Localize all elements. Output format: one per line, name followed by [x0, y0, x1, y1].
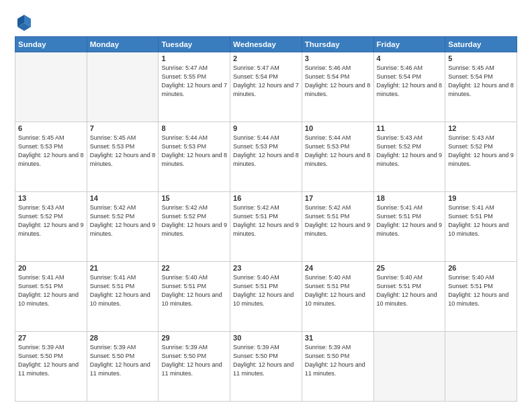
calendar-day-cell: 29Sunrise: 5:39 AM Sunset: 5:50 PM Dayli…: [159, 332, 230, 402]
day-info: Sunrise: 5:46 AM Sunset: 5:54 PM Dayligh…: [377, 64, 443, 99]
calendar-day-cell: 17Sunrise: 5:42 AM Sunset: 5:51 PM Dayli…: [302, 192, 373, 262]
calendar-day-cell: 10Sunrise: 5:44 AM Sunset: 5:53 PM Dayli…: [302, 122, 373, 192]
calendar-day-cell: 21Sunrise: 5:41 AM Sunset: 5:51 PM Dayli…: [87, 262, 159, 332]
day-number: 12: [448, 124, 514, 132]
weekday-header: Thursday: [302, 37, 373, 52]
day-info: Sunrise: 5:39 AM Sunset: 5:50 PM Dayligh…: [90, 343, 156, 378]
calendar-table: SundayMondayTuesdayWednesdayThursdayFrid…: [15, 36, 517, 402]
calendar-day-cell: 15Sunrise: 5:42 AM Sunset: 5:52 PM Dayli…: [159, 192, 230, 262]
calendar-day-cell: [445, 332, 517, 402]
calendar-day-cell: 28Sunrise: 5:39 AM Sunset: 5:50 PM Dayli…: [87, 332, 159, 402]
day-info: Sunrise: 5:43 AM Sunset: 5:52 PM Dayligh…: [448, 134, 514, 169]
day-number: 25: [377, 264, 443, 272]
day-info: Sunrise: 5:40 AM Sunset: 5:51 PM Dayligh…: [377, 273, 443, 308]
weekday-header: Tuesday: [159, 37, 230, 52]
day-number: 13: [18, 194, 84, 202]
calendar-day-cell: 19Sunrise: 5:41 AM Sunset: 5:51 PM Dayli…: [445, 192, 517, 262]
page: SundayMondayTuesdayWednesdayThursdayFrid…: [0, 0, 532, 411]
weekday-header: Monday: [87, 37, 159, 52]
day-number: 31: [305, 334, 371, 342]
day-info: Sunrise: 5:39 AM Sunset: 5:50 PM Dayligh…: [161, 343, 227, 378]
day-info: Sunrise: 5:47 AM Sunset: 5:55 PM Dayligh…: [161, 64, 227, 99]
calendar-day-cell: 6Sunrise: 5:45 AM Sunset: 5:53 PM Daylig…: [15, 122, 87, 192]
calendar-day-cell: [373, 332, 445, 402]
calendar-day-cell: 11Sunrise: 5:43 AM Sunset: 5:52 PM Dayli…: [373, 122, 445, 192]
calendar-day-cell: 16Sunrise: 5:42 AM Sunset: 5:51 PM Dayli…: [230, 192, 302, 262]
day-number: 9: [233, 124, 299, 132]
day-number: 2: [233, 54, 299, 62]
day-number: 30: [233, 334, 299, 342]
day-info: Sunrise: 5:42 AM Sunset: 5:52 PM Dayligh…: [90, 203, 156, 238]
calendar-day-cell: 18Sunrise: 5:41 AM Sunset: 5:51 PM Dayli…: [373, 192, 445, 262]
day-number: 19: [448, 194, 514, 202]
calendar-day-cell: 14Sunrise: 5:42 AM Sunset: 5:52 PM Dayli…: [87, 192, 159, 262]
day-number: 11: [377, 124, 443, 132]
calendar-day-cell: 22Sunrise: 5:40 AM Sunset: 5:51 PM Dayli…: [159, 262, 230, 332]
day-info: Sunrise: 5:39 AM Sunset: 5:50 PM Dayligh…: [18, 343, 84, 378]
day-info: Sunrise: 5:42 AM Sunset: 5:51 PM Dayligh…: [233, 203, 299, 238]
day-info: Sunrise: 5:40 AM Sunset: 5:51 PM Dayligh…: [233, 273, 299, 308]
day-number: 6: [18, 124, 84, 132]
calendar-day-cell: 31Sunrise: 5:39 AM Sunset: 5:50 PM Dayli…: [302, 332, 373, 402]
day-number: 29: [161, 334, 227, 342]
calendar-week-row: 27Sunrise: 5:39 AM Sunset: 5:50 PM Dayli…: [15, 332, 517, 402]
calendar-day-cell: 27Sunrise: 5:39 AM Sunset: 5:50 PM Dayli…: [15, 332, 87, 402]
day-info: Sunrise: 5:43 AM Sunset: 5:52 PM Dayligh…: [377, 134, 443, 169]
day-number: 3: [305, 54, 371, 62]
day-number: 14: [90, 194, 156, 202]
day-number: 28: [90, 334, 156, 342]
weekday-header: Sunday: [15, 37, 87, 52]
calendar-day-cell: 25Sunrise: 5:40 AM Sunset: 5:51 PM Dayli…: [373, 262, 445, 332]
day-info: Sunrise: 5:44 AM Sunset: 5:53 PM Dayligh…: [305, 134, 371, 169]
logo-icon: [15, 12, 34, 31]
day-info: Sunrise: 5:44 AM Sunset: 5:53 PM Dayligh…: [233, 134, 299, 169]
calendar-week-row: 6Sunrise: 5:45 AM Sunset: 5:53 PM Daylig…: [15, 122, 517, 192]
calendar-day-cell: 9Sunrise: 5:44 AM Sunset: 5:53 PM Daylig…: [230, 122, 302, 192]
day-info: Sunrise: 5:41 AM Sunset: 5:51 PM Dayligh…: [18, 273, 84, 308]
day-info: Sunrise: 5:43 AM Sunset: 5:52 PM Dayligh…: [18, 203, 84, 238]
day-number: 16: [233, 194, 299, 202]
day-info: Sunrise: 5:44 AM Sunset: 5:53 PM Dayligh…: [161, 134, 227, 169]
calendar-day-cell: 20Sunrise: 5:41 AM Sunset: 5:51 PM Dayli…: [15, 262, 87, 332]
calendar-day-cell: 30Sunrise: 5:39 AM Sunset: 5:50 PM Dayli…: [230, 332, 302, 402]
day-info: Sunrise: 5:45 AM Sunset: 5:53 PM Dayligh…: [90, 134, 156, 169]
day-info: Sunrise: 5:39 AM Sunset: 5:50 PM Dayligh…: [233, 343, 299, 378]
day-info: Sunrise: 5:41 AM Sunset: 5:51 PM Dayligh…: [377, 203, 443, 238]
day-number: 8: [161, 124, 227, 132]
day-number: 10: [305, 124, 371, 132]
day-number: 26: [448, 264, 514, 272]
day-number: 23: [233, 264, 299, 272]
weekday-header: Friday: [373, 37, 445, 52]
calendar-day-cell: [87, 52, 159, 122]
day-number: 4: [377, 54, 443, 62]
day-info: Sunrise: 5:40 AM Sunset: 5:51 PM Dayligh…: [161, 273, 227, 308]
day-info: Sunrise: 5:46 AM Sunset: 5:54 PM Dayligh…: [305, 64, 371, 99]
calendar-day-cell: 13Sunrise: 5:43 AM Sunset: 5:52 PM Dayli…: [15, 192, 87, 262]
calendar-week-row: 1Sunrise: 5:47 AM Sunset: 5:55 PM Daylig…: [15, 52, 517, 122]
calendar-week-row: 20Sunrise: 5:41 AM Sunset: 5:51 PM Dayli…: [15, 262, 517, 332]
calendar-day-cell: 1Sunrise: 5:47 AM Sunset: 5:55 PM Daylig…: [159, 52, 230, 122]
calendar-day-cell: 7Sunrise: 5:45 AM Sunset: 5:53 PM Daylig…: [87, 122, 159, 192]
header: [15, 12, 517, 31]
day-number: 21: [90, 264, 156, 272]
day-info: Sunrise: 5:42 AM Sunset: 5:51 PM Dayligh…: [305, 203, 371, 238]
day-info: Sunrise: 5:40 AM Sunset: 5:51 PM Dayligh…: [448, 273, 514, 308]
day-number: 20: [18, 264, 84, 272]
calendar-day-cell: [15, 52, 87, 122]
calendar-day-cell: 5Sunrise: 5:45 AM Sunset: 5:54 PM Daylig…: [445, 52, 517, 122]
day-info: Sunrise: 5:40 AM Sunset: 5:51 PM Dayligh…: [305, 273, 371, 308]
day-info: Sunrise: 5:42 AM Sunset: 5:52 PM Dayligh…: [161, 203, 227, 238]
calendar-day-cell: 24Sunrise: 5:40 AM Sunset: 5:51 PM Dayli…: [302, 262, 373, 332]
day-info: Sunrise: 5:45 AM Sunset: 5:53 PM Dayligh…: [18, 134, 84, 169]
day-info: Sunrise: 5:45 AM Sunset: 5:54 PM Dayligh…: [448, 64, 514, 99]
day-info: Sunrise: 5:39 AM Sunset: 5:50 PM Dayligh…: [305, 343, 371, 378]
logo: [15, 12, 36, 31]
weekday-header: Wednesday: [230, 37, 302, 52]
calendar-header-row: SundayMondayTuesdayWednesdayThursdayFrid…: [15, 37, 517, 52]
calendar-day-cell: 12Sunrise: 5:43 AM Sunset: 5:52 PM Dayli…: [445, 122, 517, 192]
day-number: 18: [377, 194, 443, 202]
calendar-day-cell: 26Sunrise: 5:40 AM Sunset: 5:51 PM Dayli…: [445, 262, 517, 332]
day-number: 1: [161, 54, 227, 62]
day-info: Sunrise: 5:41 AM Sunset: 5:51 PM Dayligh…: [448, 203, 514, 238]
calendar-day-cell: 8Sunrise: 5:44 AM Sunset: 5:53 PM Daylig…: [159, 122, 230, 192]
